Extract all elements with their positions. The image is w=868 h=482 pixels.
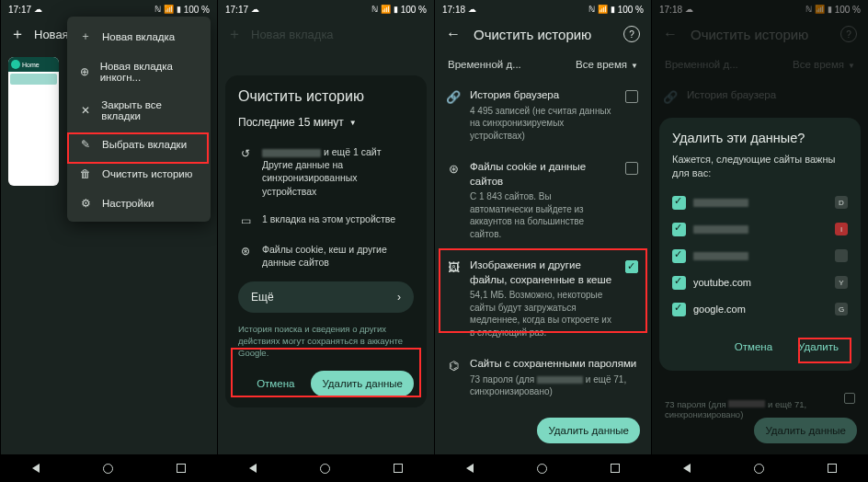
nav-home-icon[interactable] bbox=[537, 464, 547, 474]
nav-recents-icon[interactable] bbox=[394, 464, 403, 473]
nav-home-icon[interactable] bbox=[103, 464, 113, 474]
option-saved-passwords[interactable]: ⌬ Сайты с сохраненными паролями73 пароля… bbox=[435, 348, 651, 407]
opt-sub: 4 495 записей (не считая данных на синхр… bbox=[470, 105, 616, 143]
option-browsing-history[interactable]: 🔗 История браузера4 495 записей (не счит… bbox=[435, 79, 651, 151]
checkbox-checked[interactable] bbox=[672, 249, 686, 263]
status-bar: 17:17☁ ℕ📶▮100 % bbox=[1, 0, 217, 18]
checkbox-checked[interactable] bbox=[625, 260, 638, 273]
delete-data-button[interactable]: Удалить данные bbox=[537, 418, 640, 443]
delete-button[interactable]: Удалить bbox=[789, 334, 848, 360]
weather-icon: ☁ bbox=[251, 5, 259, 14]
checkbox[interactable] bbox=[625, 90, 638, 103]
nav-recents-icon[interactable] bbox=[177, 464, 186, 473]
redacted-text bbox=[693, 199, 748, 207]
menu-item-close-all[interactable]: ✕Закрыть все вкладки bbox=[67, 91, 211, 130]
signal-icon: 📶 bbox=[598, 5, 608, 14]
cookies-row: ⊛ Файлы cookie, кеш и другие данные сайт… bbox=[238, 235, 414, 276]
dialog-title: Удалить эти данные? bbox=[672, 131, 848, 145]
trash-icon: 🗑 bbox=[78, 167, 93, 180]
site-badge bbox=[835, 249, 848, 262]
chevron-down-icon: ▼ bbox=[349, 119, 357, 127]
menu-item-clear-history[interactable]: 🗑Очистить историю bbox=[67, 159, 211, 189]
opt-title: Изображения и другие файлы, сохраненные … bbox=[470, 258, 616, 287]
important-site-row[interactable]: google.comG bbox=[672, 296, 848, 323]
delete-data-button[interactable]: Удалить данные bbox=[311, 371, 414, 396]
bg-delete-button: Удалить данные bbox=[754, 418, 857, 443]
menu-item-incognito[interactable]: ⊕Новая вкладка инкогн... bbox=[67, 52, 211, 91]
android-nav-bar bbox=[218, 454, 434, 482]
important-site-row[interactable]: D bbox=[672, 189, 848, 216]
time-range-row[interactable]: Временной д... Все время▼ bbox=[435, 50, 651, 79]
nav-back-icon[interactable] bbox=[32, 464, 40, 473]
dialog-subtitle: Кажется, следующие сайты важны для вас: bbox=[672, 153, 848, 180]
favicon-icon bbox=[11, 60, 20, 69]
checkbox-checked[interactable] bbox=[672, 276, 686, 290]
menu-label: Очистить историю bbox=[102, 168, 192, 179]
nav-home-icon[interactable] bbox=[754, 464, 764, 474]
back-icon[interactable]: ← bbox=[446, 26, 461, 42]
clear-history-dialog: Очистить историю Последние 15 минут ▼ ↺ … bbox=[225, 75, 427, 407]
dialog-title: Очистить историю bbox=[238, 88, 414, 105]
new-tab-icon: ＋ bbox=[227, 25, 242, 44]
incognito-icon: ⊕ bbox=[78, 65, 91, 78]
page-title: Очистить историю bbox=[474, 27, 591, 42]
dialog-actions: Отмена Удалить данные bbox=[238, 371, 414, 396]
screen-2-quick-delete: 17:17☁ ℕ📶▮100 % ＋ Новая вкладка Очистить… bbox=[217, 0, 434, 482]
image-icon: 🖼 bbox=[446, 258, 461, 339]
redacted-text bbox=[693, 252, 748, 260]
menu-item-select-tabs[interactable]: ✎Выбрать вкладки bbox=[67, 130, 211, 159]
important-site-row[interactable]: I bbox=[672, 216, 848, 243]
opt-title: История браузера bbox=[470, 88, 616, 103]
help-icon[interactable]: ? bbox=[623, 26, 640, 42]
important-site-row[interactable]: youtube.comY bbox=[672, 270, 848, 296]
battery-icon: ▮ bbox=[394, 5, 398, 14]
important-site-row[interactable] bbox=[672, 243, 848, 270]
opt-title: Сайты с сохраненными паролями bbox=[470, 357, 638, 372]
confirm-delete-dialog: Удалить эти данные? Кажется, следующие с… bbox=[659, 118, 861, 371]
new-tab-label: Новая вкладка bbox=[251, 28, 334, 41]
clock: 17:17 bbox=[225, 5, 248, 15]
clock: 17:17 bbox=[8, 5, 31, 15]
menu-item-new-tab[interactable]: ＋Новая вкладка bbox=[67, 20, 211, 52]
nfc-icon: ℕ bbox=[154, 5, 161, 14]
new-tab-icon[interactable]: ＋ bbox=[10, 25, 25, 44]
battery-icon: ▮ bbox=[611, 5, 615, 14]
opt-sub: 54,1 МБ. Возможно, некоторые сайты будут… bbox=[470, 289, 616, 339]
cancel-button[interactable]: Отмена bbox=[725, 334, 782, 360]
tab-thumbnail[interactable]: Home bbox=[8, 57, 59, 186]
checkbox-checked[interactable] bbox=[672, 196, 686, 210]
checkbox-checked[interactable] bbox=[672, 223, 686, 236]
time-range-dropdown[interactable]: Последние 15 минут ▼ bbox=[238, 116, 414, 129]
tabs-row: ▭ 1 вкладка на этом устройстве bbox=[238, 205, 414, 235]
nav-recents-icon[interactable] bbox=[611, 464, 620, 473]
nav-back-icon[interactable] bbox=[249, 464, 257, 473]
nav-back-icon[interactable] bbox=[683, 464, 691, 473]
option-cookies[interactable]: ⊛ Файлы cookie и данные сайтовС 1 843 са… bbox=[435, 151, 651, 249]
checkbox[interactable] bbox=[625, 162, 638, 175]
option-cached-images[interactable]: 🖼 Изображения и другие файлы, сохраненны… bbox=[435, 249, 651, 348]
bg-password-text: 73 пароля (для и ещё 71, синхронизирован… bbox=[665, 399, 855, 419]
battery-pct: 100 % bbox=[401, 5, 427, 15]
screen-1-tabs-menu: 17:17☁ ℕ📶▮100 % ＋ Новая... Home ＋Новая в… bbox=[0, 0, 217, 482]
nav-back-icon[interactable] bbox=[466, 464, 474, 473]
link-icon: 🔗 bbox=[446, 88, 461, 142]
history-icon: ↺ bbox=[238, 145, 253, 161]
time-range-value: Последние 15 минут bbox=[238, 116, 344, 129]
cookie-icon: ⊛ bbox=[446, 160, 461, 240]
checkbox-checked[interactable] bbox=[672, 303, 686, 316]
weather-icon: ☁ bbox=[468, 5, 476, 14]
screen-3-full-clear: 17:18☁ ℕ📶▮100 % ← Очистить историю ? Вре… bbox=[434, 0, 651, 482]
site-badge: D bbox=[835, 196, 848, 209]
menu-label: Выбрать вкладки bbox=[102, 139, 187, 150]
cookie-icon: ⊛ bbox=[238, 243, 253, 258]
history-sub: Другие данные на синхронизированных устр… bbox=[262, 159, 358, 196]
nav-recents-icon[interactable] bbox=[828, 464, 837, 473]
nav-home-icon[interactable] bbox=[320, 464, 330, 474]
tab-switcher-toolbar: ＋ Новая вкладка bbox=[218, 18, 434, 50]
tab-icon: ▭ bbox=[238, 212, 253, 228]
cancel-button[interactable]: Отмена bbox=[247, 371, 303, 396]
more-options-button[interactable]: Ещё › bbox=[238, 281, 414, 313]
menu-item-settings[interactable]: ⚙Настройки bbox=[67, 189, 211, 218]
status-bar: 17:17☁ ℕ📶▮100 % bbox=[218, 0, 434, 18]
key-icon: ⌬ bbox=[446, 357, 461, 398]
